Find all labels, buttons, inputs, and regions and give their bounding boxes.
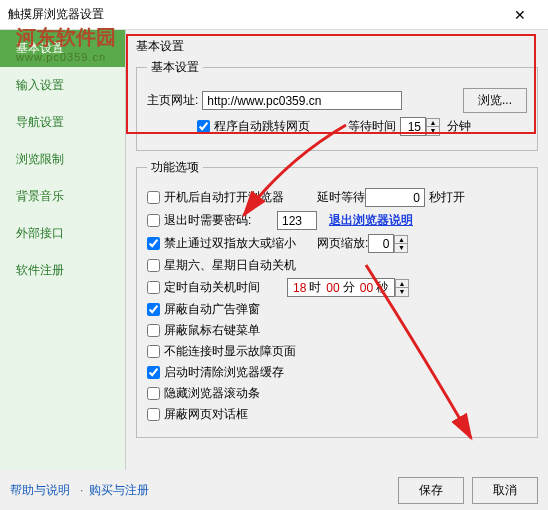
wait-input[interactable] xyxy=(400,117,426,136)
title-bar: 触摸屏浏览器设置 ✕ xyxy=(0,0,548,30)
block-popup-checkbox[interactable] xyxy=(147,303,160,316)
browse-button[interactable]: 浏览... xyxy=(463,88,527,113)
options-group: 功能选项 开机后自动打开浏览器 延时等待 秒打开 退出时需要密码: 退出浏览器说… xyxy=(136,159,538,438)
buy-link[interactable]: 购买与注册 xyxy=(89,482,149,499)
zoom-label: 网页缩放: xyxy=(317,235,368,252)
delay-unit: 秒打开 xyxy=(429,189,465,206)
shutdown-time-input[interactable]: 18时 00分 00秒 xyxy=(287,278,395,297)
pinch-checkbox[interactable] xyxy=(147,237,160,250)
save-button[interactable]: 保存 xyxy=(398,477,464,504)
exit-pwd-input[interactable] xyxy=(277,211,317,230)
sidebar-item-register[interactable]: 软件注册 xyxy=(0,252,125,289)
basic-legend: 基本设置 xyxy=(147,59,203,76)
sidebar-item-nav[interactable]: 导航设置 xyxy=(0,104,125,141)
homepage-input[interactable] xyxy=(202,91,402,110)
sidebar-item-basic[interactable]: 基本设置 xyxy=(0,30,125,67)
sidebar-item-input[interactable]: 输入设置 xyxy=(0,67,125,104)
weekend-checkbox[interactable] xyxy=(147,259,160,272)
no-error-checkbox[interactable] xyxy=(147,345,160,358)
hide-scroll-checkbox[interactable] xyxy=(147,387,160,400)
block-rmenu-checkbox[interactable] xyxy=(147,324,160,337)
cancel-button[interactable]: 取消 xyxy=(472,477,538,504)
homepage-label: 主页网址: xyxy=(147,92,198,109)
exit-pwd-checkbox[interactable] xyxy=(147,214,160,227)
zoom-spinner[interactable]: ▲▼ xyxy=(394,235,408,253)
auto-open-checkbox[interactable] xyxy=(147,191,160,204)
delay-label: 延时等待 xyxy=(317,189,365,206)
auto-jump-checkbox[interactable] xyxy=(197,120,210,133)
block-dialog-checkbox[interactable] xyxy=(147,408,160,421)
content-panel: 基本设置 基本设置 主页网址: 浏览... 程序自动跳转网页 等待时间 ▲▼ 分… xyxy=(126,30,548,470)
clear-cache-checkbox[interactable] xyxy=(147,366,160,379)
sidebar-item-limit[interactable]: 浏览限制 xyxy=(0,141,125,178)
wait-unit: 分钟 xyxy=(447,118,471,135)
auto-jump-label: 程序自动跳转网页 xyxy=(214,118,310,135)
window-title: 触摸屏浏览器设置 xyxy=(8,6,500,23)
basic-settings-group: 基本设置 主页网址: 浏览... 程序自动跳转网页 等待时间 ▲▼ 分钟 xyxy=(136,59,538,151)
delay-input[interactable] xyxy=(365,188,425,207)
exit-help-link[interactable]: 退出浏览器说明 xyxy=(329,212,413,229)
close-icon[interactable]: ✕ xyxy=(500,7,540,23)
sidebar-item-music[interactable]: 背景音乐 xyxy=(0,178,125,215)
sidebar-item-external[interactable]: 外部接口 xyxy=(0,215,125,252)
section-header: 基本设置 xyxy=(136,38,538,55)
timed-off-checkbox[interactable] xyxy=(147,281,160,294)
help-link[interactable]: 帮助与说明 xyxy=(10,482,70,499)
sidebar: 基本设置 输入设置 导航设置 浏览限制 背景音乐 外部接口 软件注册 xyxy=(0,30,126,470)
options-legend: 功能选项 xyxy=(147,159,203,176)
time-spinner[interactable]: ▲▼ xyxy=(395,279,409,297)
wait-spinner[interactable]: ▲▼ xyxy=(426,118,440,136)
wait-label: 等待时间 xyxy=(348,118,396,135)
footer: 帮助与说明 · 购买与注册 保存 取消 xyxy=(0,470,548,510)
zoom-input[interactable] xyxy=(368,234,394,253)
